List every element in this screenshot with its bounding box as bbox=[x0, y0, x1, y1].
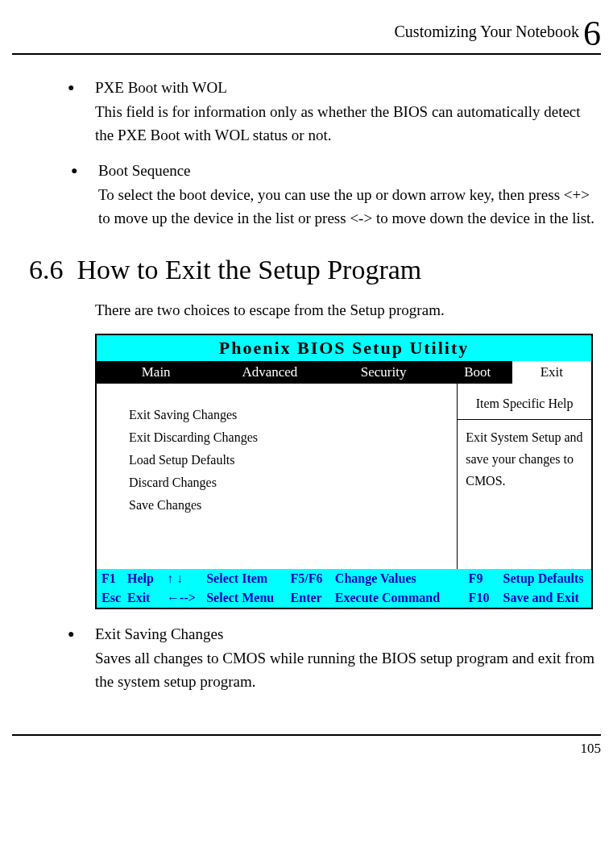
chapter-number: 6 bbox=[583, 14, 601, 53]
tab-boot[interactable]: Boot bbox=[443, 361, 512, 384]
bullet-body: To select the boot device, you can use t… bbox=[98, 183, 601, 230]
menu-item-exit-saving[interactable]: Exit Saving Changes bbox=[129, 408, 449, 422]
tab-advanced[interactable]: Advanced bbox=[215, 361, 324, 384]
menu-item-exit-discarding[interactable]: Exit Discarding Changes bbox=[129, 430, 449, 445]
tab-main[interactable]: Main bbox=[97, 361, 215, 384]
page-header: Customizing Your Notebook 6 bbox=[12, 16, 601, 55]
label-save-exit: Save and Exit bbox=[500, 588, 591, 608]
label-select-menu: Select Menu bbox=[203, 588, 287, 608]
bullet-title: PXE Boot with WOL bbox=[95, 79, 601, 97]
menu-item-discard-changes[interactable]: Discard Changes bbox=[129, 476, 449, 490]
help-body: Exit System Setup and save your changes … bbox=[458, 420, 591, 499]
bullet-title: Exit Saving Changes bbox=[95, 625, 601, 643]
label-execute-command: Execute Command bbox=[332, 588, 466, 608]
footer-row: Esc Exit ←--> Select Menu Enter Execute … bbox=[97, 588, 591, 608]
bullet-item: ● Boot Sequence To select the boot devic… bbox=[98, 162, 601, 230]
help-header: Item Specific Help bbox=[458, 384, 591, 420]
bios-screenshot: Phoenix BIOS Setup Utility Main Advanced… bbox=[95, 334, 593, 609]
bios-menu-list: Exit Saving Changes Exit Discarding Chan… bbox=[97, 384, 458, 569]
label-select-item: Select Item bbox=[203, 569, 287, 588]
label-help: Help bbox=[124, 569, 164, 588]
bios-tabs: Main Advanced Security Boot Exit bbox=[97, 361, 591, 384]
menu-item-save-changes[interactable]: Save Changes bbox=[129, 498, 449, 513]
tab-security[interactable]: Security bbox=[324, 361, 442, 384]
key-esc: Esc bbox=[97, 588, 124, 608]
section-heading: 6.6 How to Exit the Setup Program bbox=[29, 255, 601, 285]
bios-help-panel: Item Specific Help Exit System Setup and… bbox=[458, 384, 591, 569]
bios-footer: F1 Help ↑ ↓ Select Item F5/F6 Change Val… bbox=[97, 569, 591, 608]
bios-title: Phoenix BIOS Setup Utility bbox=[97, 335, 591, 361]
page-footer: 105 bbox=[12, 734, 601, 757]
bullet-item: ● Exit Saving Changes Saves all changes … bbox=[95, 625, 601, 694]
page-number: 105 bbox=[581, 741, 602, 756]
menu-item-load-defaults[interactable]: Load Setup Defaults bbox=[129, 453, 449, 467]
bullet-icon: ● bbox=[71, 164, 77, 177]
label-exit: Exit bbox=[124, 588, 164, 608]
key-f1: F1 bbox=[97, 569, 124, 588]
main-content: ● PXE Boot with WOL This field is for in… bbox=[14, 79, 601, 694]
label-setup-defaults: Setup Defaults bbox=[500, 569, 591, 588]
footer-row: F1 Help ↑ ↓ Select Item F5/F6 Change Val… bbox=[97, 569, 591, 588]
bullet-item: ● PXE Boot with WOL This field is for in… bbox=[95, 79, 601, 147]
bullet-body: Saves all changes to CMOS while running … bbox=[95, 646, 601, 694]
key-f10: F10 bbox=[466, 588, 500, 608]
tab-exit[interactable]: Exit bbox=[512, 361, 591, 384]
key-updown: ↑ ↓ bbox=[164, 569, 203, 588]
label-change-values: Change Values bbox=[332, 569, 466, 588]
bullet-title: Boot Sequence bbox=[98, 162, 601, 180]
bullet-body: This field is for information only as wh… bbox=[95, 100, 601, 147]
key-f9: F9 bbox=[466, 569, 500, 588]
bios-body: Exit Saving Changes Exit Discarding Chan… bbox=[97, 384, 591, 569]
bullet-icon: ● bbox=[68, 81, 74, 94]
key-enter: Enter bbox=[288, 588, 332, 608]
key-leftright: ←--> bbox=[164, 588, 203, 608]
bullet-icon: ● bbox=[68, 628, 74, 641]
section-title: How to Exit the Setup Program bbox=[77, 255, 422, 284]
intro-paragraph: There are two choices to escape from the… bbox=[95, 301, 601, 319]
header-title: Customizing Your Notebook bbox=[395, 23, 583, 40]
section-number: 6.6 bbox=[29, 255, 64, 284]
key-f5f6: F5/F6 bbox=[288, 569, 332, 588]
